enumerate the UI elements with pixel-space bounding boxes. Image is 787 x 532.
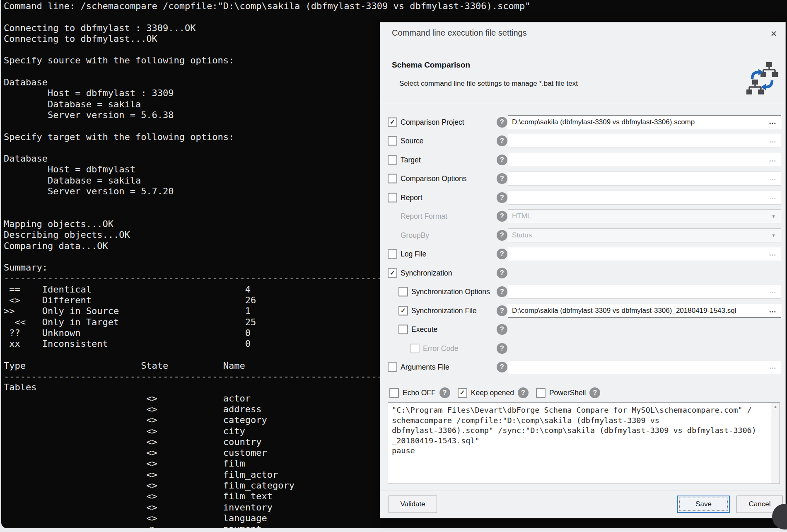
- echo-off-label: Echo OFF: [403, 389, 436, 397]
- schema-compare-icon: [746, 62, 778, 95]
- dialog-subheading: Select command line file settings to man…: [399, 80, 578, 88]
- error-code-checkbox[interactable]: [410, 343, 420, 353]
- report-format-label: Report Format: [401, 212, 447, 221]
- report-checkbox[interactable]: [388, 193, 397, 202]
- row-arguments-file: Arguments File?…: [380, 358, 785, 377]
- scroll-up-icon[interactable]: ▲: [771, 404, 780, 409]
- help-icon[interactable]: ?: [497, 324, 507, 335]
- help-icon[interactable]: ?: [497, 117, 507, 128]
- source-input[interactable]: …: [508, 134, 781, 148]
- help-icon[interactable]: ?: [497, 192, 507, 203]
- chevron-down-icon: ▼: [771, 233, 776, 238]
- synchronization-label: Synchronization: [401, 268, 452, 277]
- report-browse-button[interactable]: …: [769, 192, 777, 201]
- comparison-project-label: Comparison Project: [401, 118, 464, 126]
- powershell-checkbox[interactable]: [536, 388, 546, 398]
- synchronization-file-browse-button[interactable]: …: [769, 305, 777, 314]
- row-error-code: Error Code?: [380, 339, 785, 358]
- synchronization-file-value: D:\comp\sakila (dbfmylast-3309 vs dbfmyl…: [512, 307, 736, 315]
- echo-off-checkbox[interactable]: [389, 388, 399, 398]
- help-icon[interactable]: ?: [497, 211, 507, 222]
- synchronization-file-input[interactable]: D:\comp\sakila (dbfmylast-3309 vs dbfmyl…: [508, 304, 781, 318]
- row-comparison-project: ✓Comparison Project?D:\comp\sakila (dbfm…: [380, 113, 785, 132]
- help-icon[interactable]: ?: [497, 173, 507, 184]
- comparison-options-input[interactable]: …: [508, 172, 781, 186]
- row-report-format: Report Format?HTML▼: [380, 207, 785, 226]
- save-button[interactable]: Save: [677, 496, 730, 513]
- help-icon[interactable]: ?: [497, 230, 507, 241]
- error-code-label: Error Code: [423, 344, 459, 353]
- bat-preview-box[interactable]: "C:\Program Files\Devart\dbForge Schema …: [388, 402, 780, 484]
- dialog-title: Command line execution file settings: [392, 28, 527, 38]
- comparison-project-checkbox[interactable]: ✓: [388, 117, 397, 127]
- report-format-select[interactable]: HTML▼: [508, 209, 781, 223]
- row-groupby: GroupBy?Status▼: [380, 226, 785, 245]
- target-browse-button[interactable]: …: [769, 155, 777, 163]
- schema-comparison-heading: Schema Comparison: [392, 60, 470, 70]
- comparison-project-browse-button[interactable]: …: [769, 117, 777, 126]
- check-item-keep-opened: ✓Keep opened?: [458, 387, 529, 398]
- command-line-settings-dialog: Command line execution file settings ✕ S…: [380, 22, 786, 518]
- row-source: Source?…: [380, 132, 785, 151]
- help-icon[interactable]: ?: [497, 286, 507, 297]
- execute-label: Execute: [411, 325, 437, 334]
- help-icon[interactable]: ?: [497, 305, 507, 316]
- groupby-select[interactable]: Status▼: [508, 228, 781, 242]
- arguments-file-browse-button[interactable]: …: [769, 362, 777, 371]
- source-checkbox[interactable]: [388, 136, 397, 146]
- synchronization-file-checkbox[interactable]: ✓: [398, 306, 408, 315]
- comparison-project-input[interactable]: D:\comp\sakila (dbfmylast-3309 vs dbfmyl…: [508, 115, 781, 129]
- log-file-browse-button[interactable]: …: [769, 249, 777, 258]
- row-synchronization-file: ✓Synchronization File?D:\comp\sakila (db…: [380, 301, 785, 320]
- help-icon[interactable]: ?: [497, 268, 507, 278]
- synchronization-options-browse-button[interactable]: …: [769, 287, 777, 295]
- keep-opened-checkbox[interactable]: ✓: [458, 388, 467, 398]
- synchronization-options-checkbox[interactable]: [398, 287, 408, 297]
- log-file-label: Log File: [401, 250, 426, 259]
- arguments-file-input[interactable]: …: [508, 360, 781, 374]
- dialog-rows: ✓Comparison Project?D:\comp\sakila (dbfm…: [380, 113, 785, 377]
- execute-checkbox[interactable]: [398, 325, 408, 334]
- row-target: Target?…: [380, 150, 785, 169]
- help-icon[interactable]: ?: [497, 362, 507, 372]
- row-log-file: Log File?…: [380, 245, 785, 264]
- help-icon[interactable]: ?: [497, 155, 507, 165]
- arguments-file-checkbox[interactable]: [388, 363, 397, 372]
- row-report: Report?…: [380, 188, 785, 207]
- help-icon[interactable]: ?: [497, 343, 507, 354]
- target-label: Target: [401, 155, 421, 164]
- synchronization-checkbox[interactable]: ✓: [388, 268, 397, 278]
- validate-button[interactable]: Validate: [389, 496, 437, 513]
- row-synchronization-options: Synchronization Options?…: [380, 283, 785, 302]
- groupby-value: Status: [512, 231, 532, 239]
- help-icon[interactable]: ?: [439, 387, 450, 398]
- comparison-options-checkbox[interactable]: [388, 174, 397, 184]
- target-checkbox[interactable]: [388, 155, 397, 164]
- arguments-file-label: Arguments File: [401, 363, 449, 372]
- comparison-project-value: D:\comp\sakila (dbfmylast-3309 vs dbfmyl…: [512, 118, 695, 126]
- help-icon[interactable]: ?: [589, 387, 600, 398]
- keep-opened-label: Keep opened: [471, 389, 514, 397]
- synchronization-options-label: Synchronization Options: [411, 288, 490, 296]
- target-input[interactable]: …: [508, 153, 781, 167]
- scrollbar[interactable]: ▲: [771, 403, 780, 484]
- source-label: Source: [401, 137, 423, 145]
- check-item-echo-off: Echo OFF?: [389, 387, 450, 398]
- comparison-options-label: Comparison Options: [401, 174, 467, 183]
- log-file-input[interactable]: …: [508, 247, 781, 261]
- source-browse-button[interactable]: …: [769, 136, 777, 145]
- row-execute: Execute?: [380, 320, 785, 339]
- help-icon[interactable]: ?: [518, 387, 529, 398]
- report-format-value: HTML: [512, 212, 531, 220]
- close-icon[interactable]: ✕: [767, 27, 780, 41]
- comparison-options-browse-button[interactable]: …: [769, 174, 777, 182]
- groupby-label: GroupBy: [401, 231, 429, 239]
- row-comparison-options: Comparison Options?…: [380, 169, 785, 189]
- help-icon[interactable]: ?: [497, 249, 507, 259]
- report-input[interactable]: …: [508, 191, 781, 205]
- synchronization-file-label: Synchronization File: [411, 306, 477, 315]
- log-file-checkbox[interactable]: [388, 249, 397, 259]
- row-synchronization: ✓Synchronization?: [380, 264, 785, 283]
- synchronization-options-input[interactable]: …: [508, 285, 781, 299]
- help-icon[interactable]: ?: [497, 135, 507, 146]
